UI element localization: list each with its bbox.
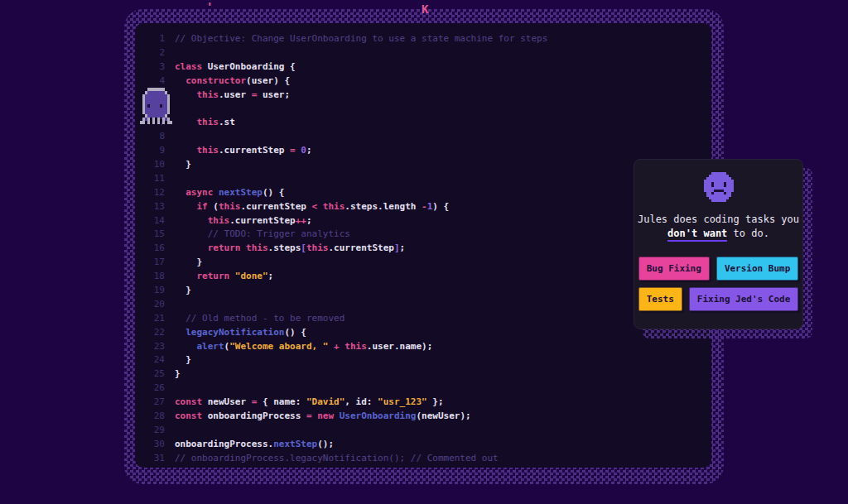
line-number: 22 bbox=[152, 326, 165, 340]
code-line: 11 bbox=[152, 172, 711, 186]
line-number: 30 bbox=[152, 438, 165, 452]
code-line: 25} bbox=[152, 367, 711, 382]
code-line: 24 } bbox=[152, 353, 711, 367]
tagline-line2: don't want to do. bbox=[638, 227, 799, 241]
code-area: 1// Objective: Change UserOnboarding to … bbox=[152, 32, 711, 466]
code-editor[interactable]: 1// Objective: Change UserOnboarding to … bbox=[135, 23, 711, 468]
line-number: 27 bbox=[152, 396, 165, 410]
code-line: 5 this.user = user; bbox=[152, 89, 711, 103]
code-line: 26 bbox=[152, 382, 711, 396]
octopus-cursor-icon bbox=[140, 88, 172, 124]
line-number: 14 bbox=[152, 214, 165, 228]
code-line: 1// Objective: Change UserOnboarding to … bbox=[152, 32, 711, 46]
jules-card: Jules does coding tasks you don't want t… bbox=[634, 159, 803, 329]
line-number: 8 bbox=[152, 130, 165, 144]
code-line: 28const onboardingProcess = new UserOnbo… bbox=[152, 410, 711, 424]
code-line: 14 this.currentStep++; bbox=[152, 214, 711, 228]
sparkle-icon: ' bbox=[206, 1, 213, 12]
code-text: onboardingProcess.nextStep(); bbox=[175, 438, 334, 452]
code-text: alert("Welcome aboard, " + this.user.nam… bbox=[175, 340, 432, 354]
code-line: 16 return this.steps[this.currentStep]; bbox=[152, 242, 711, 256]
code-text: constructor(user) { bbox=[175, 74, 290, 89]
code-text: async nextStep() { bbox=[175, 186, 284, 200]
code-line: 20 bbox=[152, 298, 711, 312]
line-number: 4 bbox=[152, 74, 165, 89]
code-text: const onboardingProcess = new UserOnboar… bbox=[175, 410, 471, 424]
code-text: } bbox=[175, 367, 181, 382]
task-button-row: TestsFixing Jed's Code bbox=[638, 287, 799, 311]
line-number: 23 bbox=[152, 340, 165, 354]
code-line: 12 async nextStep() { bbox=[152, 186, 711, 200]
task-button-row: Bug FixingVersion Bump bbox=[638, 257, 799, 281]
code-text: class UserOnboarding { bbox=[175, 60, 296, 74]
code-text: this.st bbox=[175, 116, 235, 130]
code-line: 18 return "done"; bbox=[152, 270, 711, 284]
line-number: 17 bbox=[152, 256, 165, 270]
tests-button[interactable]: Tests bbox=[638, 287, 682, 311]
code-text: this.user = user; bbox=[175, 89, 290, 103]
code-line: 2 bbox=[152, 46, 711, 60]
code-line: 9 this.currentStep = 0; bbox=[152, 144, 711, 158]
line-number: 29 bbox=[152, 424, 165, 438]
code-line: 4 constructor(user) { bbox=[152, 74, 711, 89]
code-line: 22 legacyNotification() { bbox=[152, 326, 711, 340]
code-line: 29 bbox=[152, 424, 711, 438]
line-number: 10 bbox=[152, 158, 165, 172]
code-text: // TODO: Trigger analytics bbox=[175, 228, 350, 242]
code-text: legacyNotification() { bbox=[175, 326, 306, 340]
code-line: 30onboardingProcess.nextStep(); bbox=[152, 438, 711, 452]
code-line: 8 bbox=[152, 130, 711, 144]
bug-fixing-button[interactable]: Bug Fixing bbox=[638, 257, 710, 281]
line-number: 12 bbox=[152, 186, 165, 200]
code-text: // onboardingProcess.legacyNotification(… bbox=[175, 452, 499, 466]
task-buttons: Bug FixingVersion BumpTestsFixing Jed's … bbox=[638, 257, 799, 311]
code-line: 19 } bbox=[152, 284, 711, 298]
page: ' K 1// Objective: Change UserOnboarding… bbox=[0, 0, 848, 504]
line-number: 15 bbox=[152, 228, 165, 242]
sad-face-icon bbox=[704, 172, 734, 202]
line-number: 3 bbox=[152, 60, 165, 74]
code-line: 31// onboardingProcess.legacyNotificatio… bbox=[152, 452, 711, 466]
version-bump-button[interactable]: Version Bump bbox=[716, 257, 798, 281]
code-line: 27const newUser = { name: "David", id: "… bbox=[152, 396, 711, 410]
line-number: 18 bbox=[152, 270, 165, 284]
code-text: // Old method - to be removed bbox=[175, 312, 344, 326]
tagline: Jules does coding tasks you don't want t… bbox=[638, 213, 799, 241]
code-line: 17 } bbox=[152, 256, 711, 270]
line-number: 9 bbox=[152, 144, 165, 158]
line-number: 28 bbox=[152, 410, 165, 424]
code-text: return this.steps[this.currentStep]; bbox=[175, 242, 405, 256]
code-text: // Objective: Change UserOnboarding to u… bbox=[175, 32, 547, 46]
line-number: 26 bbox=[152, 382, 165, 396]
code-text: } bbox=[175, 256, 202, 270]
code-text: const newUser = { name: "David", id: "us… bbox=[175, 396, 444, 410]
code-line: 7 this.st bbox=[152, 116, 711, 130]
code-text: if (this.currentStep < this.steps.length… bbox=[175, 200, 449, 214]
line-number: 13 bbox=[152, 200, 165, 214]
line-number: 11 bbox=[152, 172, 165, 186]
code-line: 13 if (this.currentStep < this.steps.len… bbox=[152, 200, 711, 214]
code-line: 10 } bbox=[152, 158, 711, 172]
tagline-line1: Jules does coding tasks you bbox=[638, 213, 799, 227]
code-text: } bbox=[175, 353, 191, 367]
code-line: 6 bbox=[152, 102, 711, 116]
code-text: return "done"; bbox=[175, 270, 273, 284]
code-text: } bbox=[175, 158, 191, 172]
line-number: 24 bbox=[152, 353, 165, 367]
code-text: } bbox=[175, 284, 191, 298]
code-line: 21 // Old method - to be removed bbox=[152, 312, 711, 326]
code-line: 15 // TODO: Trigger analytics bbox=[152, 228, 711, 242]
code-text: this.currentStep = 0; bbox=[175, 144, 312, 158]
code-line: 23 alert("Welcome aboard, " + this.user.… bbox=[152, 340, 711, 354]
line-number: 20 bbox=[152, 298, 165, 312]
fixing-jed-s-code-button[interactable]: Fixing Jed's Code bbox=[689, 287, 799, 311]
line-number: 25 bbox=[152, 367, 165, 382]
tagline-suffix: to do. bbox=[727, 228, 769, 239]
code-text: this.currentStep++; bbox=[175, 214, 312, 228]
line-number: 1 bbox=[152, 32, 165, 46]
line-number: 16 bbox=[152, 242, 165, 256]
line-number: 2 bbox=[152, 46, 165, 60]
line-number: 31 bbox=[152, 452, 165, 466]
tagline-highlight: don't want bbox=[667, 228, 727, 242]
sparkle-k-icon: K bbox=[422, 3, 428, 15]
